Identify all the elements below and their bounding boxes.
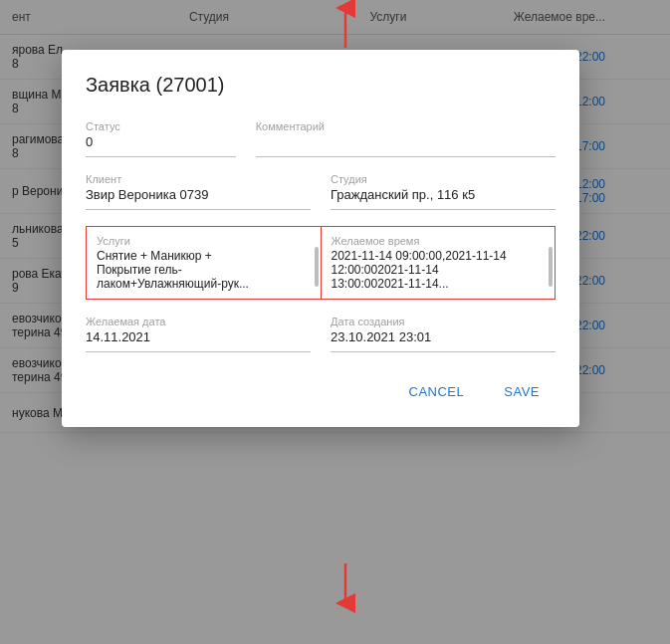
arrow-up-indicator <box>331 0 360 51</box>
comment-value <box>256 134 556 152</box>
studio-label: Студия <box>331 173 556 185</box>
created-date-label: Дата создания <box>331 316 556 327</box>
desired-date-label: Желаемая дата <box>86 316 311 327</box>
comment-label: Комментарий <box>256 120 556 132</box>
field-studio: Студия Гражданский пр., 116 к5 <box>331 173 556 210</box>
dialog-title: Заявка (27001) <box>86 74 556 97</box>
field-created-date: Дата создания 23.10.2021 23:01 <box>331 316 556 352</box>
services-label: Услуги <box>97 235 311 247</box>
dialog: Заявка (27001) Статус 0 Комментарий Клие… <box>62 50 579 427</box>
desired-date-value: 14.11.2021 <box>86 329 311 347</box>
desired-time-label: Желаемое время <box>332 235 546 247</box>
desired-time-value: 2021-11-14 09:00:00,2021-11-14 12:00:002… <box>332 249 546 291</box>
client-label: Клиент <box>86 173 311 185</box>
field-services: Услуги Снятие + Маникюр + Покрытие гель-… <box>87 227 322 299</box>
client-value: Звир Вероника 0739 <box>86 187 311 205</box>
scroll-hint-services <box>315 247 319 287</box>
status-value: 0 <box>86 134 236 152</box>
save-button[interactable]: SAVE <box>488 376 556 407</box>
field-comment: Комментарий <box>256 120 556 157</box>
form-row-dates: Желаемая дата 14.11.2021 Дата создания 2… <box>86 316 556 352</box>
field-desired-time: Желаемое время 2021-11-14 09:00:00,2021-… <box>322 227 556 299</box>
form-row-status-comment: Статус 0 Комментарий <box>86 120 556 157</box>
field-status: Статус 0 <box>86 120 236 157</box>
studio-value: Гражданский пр., 116 к5 <box>331 187 556 205</box>
dialog-actions: CANCEL SAVE <box>86 368 556 407</box>
field-desired-date: Желаемая дата 14.11.2021 <box>86 316 311 352</box>
arrow-down-indicator <box>331 563 360 614</box>
created-date-value: 23.10.2021 23:01 <box>331 329 556 347</box>
cancel-button[interactable]: CANCEL <box>393 376 481 407</box>
field-client: Клиент Звир Вероника 0739 <box>86 173 311 210</box>
form-row-client-studio: Клиент Звир Вероника 0739 Студия Граждан… <box>86 173 556 210</box>
services-value: Снятие + Маникюр + Покрытие гель- лаком+… <box>97 249 311 291</box>
scroll-hint-time <box>549 247 553 287</box>
status-label: Статус <box>86 120 236 132</box>
highlight-row-services-time: Услуги Снятие + Маникюр + Покрытие гель-… <box>86 226 556 300</box>
